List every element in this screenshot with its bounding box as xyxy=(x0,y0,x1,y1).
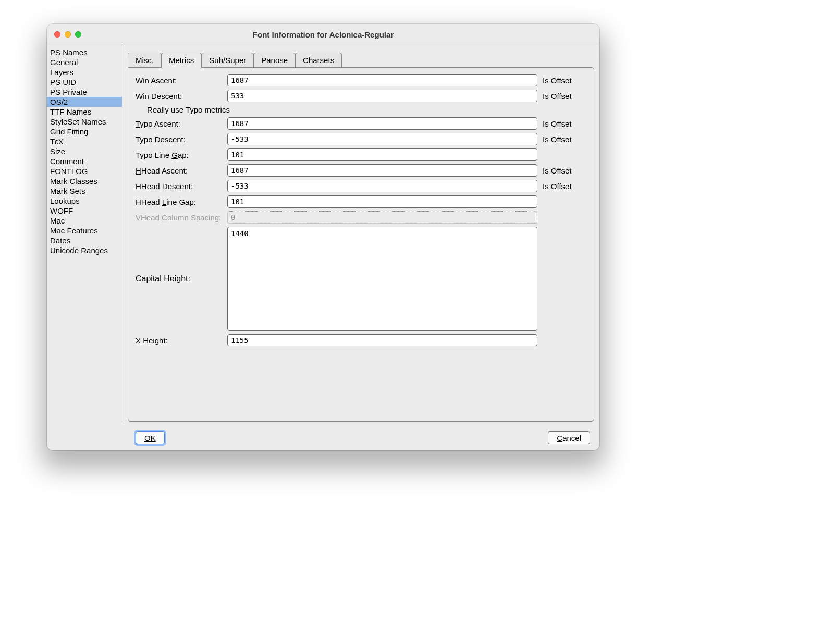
hhead-descent-offset-label[interactable]: Is Offset xyxy=(537,182,586,191)
hhead-linegap-input[interactable] xyxy=(227,195,537,208)
typo-ascent-offset-label[interactable]: Is Offset xyxy=(537,119,586,128)
win-descent-label: Win Descent: xyxy=(136,92,227,101)
sidebar-item[interactable]: Mac Features xyxy=(47,226,122,236)
sidebar-item[interactable]: PS Private xyxy=(47,87,122,97)
close-icon[interactable] xyxy=(54,31,60,38)
main-panel: Misc.MetricsSub/SuperPanoseCharsets Win … xyxy=(122,45,599,425)
tab[interactable]: Charsets xyxy=(295,53,342,67)
typo-descent-input[interactable] xyxy=(227,133,537,145)
win-ascent-label: Win Ascent: xyxy=(136,76,227,85)
x-height-label: X Height: xyxy=(136,336,227,345)
cancel-button[interactable]: Cancel xyxy=(548,431,590,444)
traffic-lights xyxy=(47,31,81,38)
capital-height-label: Capital Height: xyxy=(136,274,227,283)
zoom-icon[interactable] xyxy=(75,31,81,38)
hhead-descent-label: HHead Descent: xyxy=(136,182,227,191)
typo-ascent-label: Typo Ascent: xyxy=(136,119,227,128)
tab[interactable]: Metrics xyxy=(161,53,202,68)
sidebar-item[interactable]: OS/2 xyxy=(47,97,122,107)
hhead-linegap-label: HHead Line Gap: xyxy=(136,197,227,206)
sidebar-item[interactable]: Dates xyxy=(47,236,122,245)
sidebar-item[interactable]: Size xyxy=(47,146,122,156)
vhead-colspacing-label: VHead Column Spacing: xyxy=(136,213,227,222)
tabstrip: Misc.MetricsSub/SuperPanoseCharsets xyxy=(122,45,599,67)
x-height-input[interactable] xyxy=(227,334,537,346)
window-title: Font Information for Aclonica-Regular xyxy=(47,30,599,39)
vhead-colspacing-input xyxy=(227,211,537,224)
hhead-ascent-offset-label[interactable]: Is Offset xyxy=(537,166,586,175)
tab[interactable]: Sub/Super xyxy=(201,53,254,67)
sidebar-item[interactable]: TTF Names xyxy=(47,107,122,117)
sidebar-item[interactable]: Mac xyxy=(47,216,122,226)
sidebar-item[interactable]: General xyxy=(47,57,122,67)
sidebar-item[interactable]: Layers xyxy=(47,67,122,77)
footer: OK Cancel xyxy=(47,425,599,450)
typo-linegap-label: Typo Line Gap: xyxy=(136,151,227,159)
font-info-window: Font Information for Aclonica-Regular PS… xyxy=(47,24,599,450)
typo-ascent-input[interactable] xyxy=(227,117,537,130)
tab[interactable]: Misc. xyxy=(128,53,162,67)
sidebar: PS NamesGeneralLayersPS UIDPS PrivateOS/… xyxy=(47,45,122,425)
win-ascent-input[interactable] xyxy=(227,74,537,86)
metrics-panel: Win Ascent: Is Offset Win Descent: Is Of… xyxy=(128,67,594,422)
sidebar-item[interactable]: WOFF xyxy=(47,206,122,216)
typo-linegap-input[interactable] xyxy=(227,148,537,161)
sidebar-item[interactable]: Comment xyxy=(47,156,122,166)
tab[interactable]: Panose xyxy=(253,53,296,67)
hhead-ascent-label: HHead Ascent: xyxy=(136,166,227,175)
sidebar-item[interactable]: Lookups xyxy=(47,196,122,206)
sidebar-item[interactable]: Mark Sets xyxy=(47,186,122,196)
ok-button[interactable]: OK xyxy=(136,431,165,444)
capital-height-input[interactable]: 1440 xyxy=(227,227,537,331)
sidebar-item[interactable]: StyleSet Names xyxy=(47,117,122,127)
hhead-ascent-input[interactable] xyxy=(227,164,537,177)
hhead-descent-input[interactable] xyxy=(227,180,537,192)
typo-descent-label: Typo Descent: xyxy=(136,135,227,144)
win-descent-offset-label[interactable]: Is Offset xyxy=(537,92,586,101)
titlebar: Font Information for Aclonica-Regular xyxy=(47,24,599,45)
sidebar-item[interactable]: TεX xyxy=(47,137,122,146)
typo-descent-offset-label[interactable]: Is Offset xyxy=(537,135,586,144)
sidebar-item[interactable]: PS Names xyxy=(47,47,122,57)
sidebar-item[interactable]: PS UID xyxy=(47,77,122,87)
sidebar-item[interactable]: FONTLOG xyxy=(47,166,122,176)
sidebar-item[interactable]: Unicode Ranges xyxy=(47,245,122,255)
really-use-typo-label[interactable]: Really use Typo metrics xyxy=(147,105,586,114)
sidebar-item[interactable]: Mark Classes xyxy=(47,176,122,186)
sidebar-item[interactable]: Grid Fitting xyxy=(47,127,122,137)
minimize-icon[interactable] xyxy=(65,31,71,38)
win-ascent-offset-label[interactable]: Is Offset xyxy=(537,76,586,85)
win-descent-input[interactable] xyxy=(227,90,537,102)
